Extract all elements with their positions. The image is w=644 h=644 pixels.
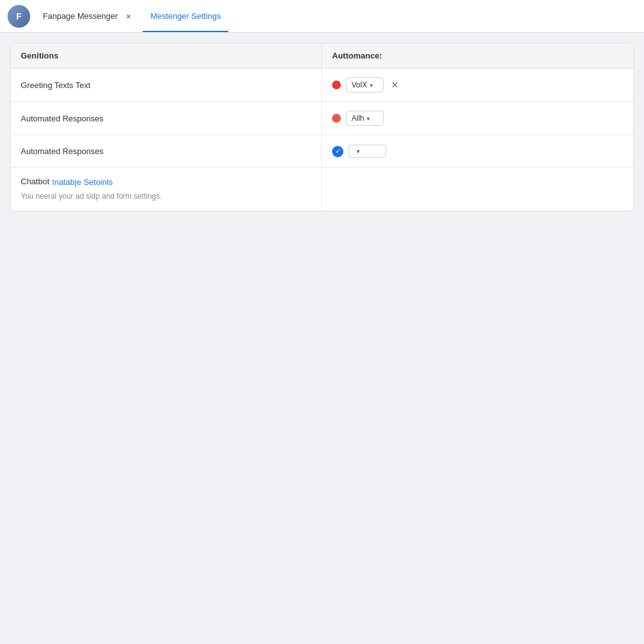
cell-action-chatbot [322, 168, 633, 211]
row-label-auto1: Automated Responses [21, 114, 104, 123]
cell-label-greeting: Greeting Texts Text [11, 69, 322, 101]
row-label-greeting: Greeting Texts Text [21, 80, 91, 90]
chevron-down-icon: ▾ [357, 148, 360, 155]
cell-action-auto1: Allh ▾ [322, 102, 633, 135]
tab-fanpage-messenger[interactable]: Fanpage Messenger × [35, 0, 142, 32]
table-row: Automated Responses Allh ▾ [11, 102, 633, 135]
row-label-auto2: Automated Responses [21, 147, 104, 156]
cell-label-auto2: Automated Responses [11, 135, 322, 167]
col-header-left: Genitions [11, 43, 322, 68]
dropdown-auto2[interactable]: ▾ [348, 145, 386, 158]
status-dot-red-greeting [332, 80, 341, 89]
status-dot-blue-check-auto2: ✓ [332, 146, 343, 157]
chatbot-description: You neeral your ad sidp and form setting… [21, 191, 162, 202]
cell-label-auto1: Automated Responses [11, 102, 322, 135]
dropdown-auto1[interactable]: Allh ▾ [346, 111, 384, 126]
settings-panel: Genitions Auttomance: Greeting Texts Tex… [10, 43, 634, 211]
cell-action-greeting: VolX ▾ ✕ [322, 69, 633, 101]
table-row: Chatbot Inatab|e Setoinls You neeral you… [11, 168, 633, 211]
col-header-right: Auttomance: [322, 43, 633, 68]
tab-fanpage-label: Fanpage Messenger [43, 11, 118, 21]
chatbot-link[interactable]: Inatab|e Setoinls [52, 177, 113, 187]
dropdown-auto1-value: Allh [352, 114, 364, 123]
cell-label-chatbot: Chatbot Inatab|e Setoinls You neeral you… [11, 168, 322, 211]
main-content: Genitions Auttomance: Greeting Texts Tex… [0, 33, 644, 644]
dropdown-greeting[interactable]: VolX ▾ [346, 77, 384, 92]
tab-messenger-label: Mestenger Settings [150, 11, 221, 21]
table-row: Automated Responses ✓ ▾ [11, 135, 633, 168]
cell-action-auto2: ✓ ▾ [322, 135, 633, 167]
tab-messenger-settings[interactable]: Mestenger Settings [143, 0, 228, 32]
close-row-button[interactable]: ✕ [389, 79, 401, 91]
chevron-down-icon: ▾ [367, 115, 370, 122]
dropdown-greeting-value: VolX [352, 80, 367, 89]
table-header: Genitions Auttomance: [11, 43, 633, 69]
tab-group: Fanpage Messenger × Mestenger Settings [35, 0, 228, 32]
chevron-down-icon: ▾ [370, 82, 373, 89]
avatar: F [8, 5, 30, 28]
status-dot-red-auto1 [332, 114, 341, 123]
chatbot-title: Chatbot [21, 177, 50, 186]
tab-close-icon[interactable]: × [123, 11, 134, 22]
table-row: Greeting Texts Text VolX ▾ ✕ [11, 69, 633, 102]
header-bar: F Fanpage Messenger × Mestenger Settings [0, 0, 644, 33]
